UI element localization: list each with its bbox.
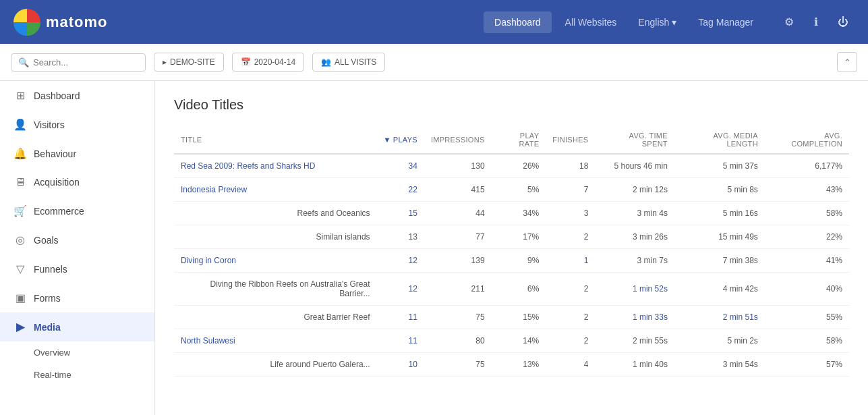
sidebar-item-goals[interactable]: ◎ Goals (0, 225, 154, 254)
cell-avg-media-length: 2 min 51s (674, 306, 765, 329)
video-titles-table: TITLE ▼PLAYS IMPRESSIONS PLAY RATE FINIS… (174, 126, 849, 377)
cell-avg-time: 2 min 55s (595, 329, 674, 353)
main-layout: ⊞ Dashboard 👤 Visitors 🔔 Behaviour 🖥 Acq… (0, 81, 868, 415)
cell-play-rate: 14% (492, 329, 546, 353)
demo-site-button[interactable]: ▸ DEMO-SITE (154, 53, 224, 72)
search-box[interactable]: 🔍 (11, 53, 146, 72)
col-header-plays[interactable]: ▼PLAYS (377, 126, 424, 154)
help-icon-button[interactable]: ℹ (805, 11, 828, 34)
cell-play-rate: 5% (492, 178, 546, 202)
col-header-avg-media-length[interactable]: AVG. MEDIA LENGTH (674, 126, 765, 154)
cell-finishes: 2 (546, 306, 595, 329)
col-header-avg-completion[interactable]: AVG. COMPLETION (765, 126, 849, 154)
matomo-logo-icon (13, 9, 40, 36)
collapse-button[interactable]: ⌃ (837, 52, 857, 72)
cell-avg-completion: 40% (765, 273, 849, 306)
cell-avg-completion: 55% (765, 306, 849, 329)
search-input[interactable] (33, 57, 138, 67)
sidebar-item-ecommerce[interactable]: 🛒 Ecommerce (0, 196, 154, 225)
cell-plays: 22 (377, 178, 424, 202)
cell-plays: 11 (377, 329, 424, 353)
cell-title[interactable]: North Sulawesi (174, 329, 377, 353)
nav-tag-manager[interactable]: Tag Manager (687, 11, 764, 33)
settings-icon-button[interactable]: ⚙ (778, 11, 801, 34)
cell-avg-media-length: 7 min 38s (674, 249, 765, 273)
logo-area: matomo (13, 9, 470, 36)
sidebar-sub-overview[interactable]: Overview (0, 341, 154, 364)
sidebar-item-funnels[interactable]: ▽ Funnels (0, 254, 154, 283)
nav-language-dropdown[interactable]: English ▾ (630, 11, 685, 33)
table-row: Life around Puerto Galera... 10 75 13% 4… (174, 353, 849, 377)
cell-finishes: 18 (546, 154, 595, 178)
cell-impressions: 80 (424, 329, 492, 353)
target-icon: ◎ (13, 233, 27, 246)
cell-play-rate: 13% (492, 353, 546, 377)
cell-impressions: 44 (424, 202, 492, 225)
table-row: Reefs and Oceanics 15 44 34% 3 3 min 4s … (174, 202, 849, 225)
cell-avg-time: 1 min 33s (595, 306, 674, 329)
calendar-icon: 📅 (241, 57, 251, 67)
cell-impressions: 139 (424, 249, 492, 273)
cell-impressions: 75 (424, 353, 492, 377)
col-header-play-rate[interactable]: PLAY RATE (492, 126, 546, 154)
cell-impressions: 77 (424, 225, 492, 249)
cell-avg-time: 3 min 7s (595, 249, 674, 273)
cell-title[interactable]: Indonesia Preview (174, 178, 377, 202)
cell-plays: 10 (377, 353, 424, 377)
cell-play-rate: 9% (492, 249, 546, 273)
page-title: Video Titles (174, 97, 849, 113)
cell-avg-media-length: 5 min 16s (674, 202, 765, 225)
cell-finishes: 2 (546, 273, 595, 306)
top-navigation: matomo Dashboard All Websites English ▾ … (0, 0, 868, 44)
cell-title: Similan islands (174, 225, 377, 249)
col-header-finishes[interactable]: FINISHES (546, 126, 595, 154)
table-row: Red Sea 2009: Reefs and Sharks HD 34 130… (174, 154, 849, 178)
sidebar-item-visitors[interactable]: 👤 Visitors (0, 110, 154, 139)
col-header-avg-time[interactable]: AVG. TIME SPENT (595, 126, 674, 154)
cell-avg-media-length: 5 min 37s (674, 154, 765, 178)
cell-play-rate: 17% (492, 225, 546, 249)
collapse-icon: ⌃ (844, 57, 851, 67)
nav-links: Dashboard All Websites English ▾ Tag Man… (484, 11, 764, 33)
cell-avg-completion: 41% (765, 249, 849, 273)
sidebar-item-dashboard[interactable]: ⊞ Dashboard (0, 81, 154, 110)
visits-button[interactable]: 👥 ALL VISITS (312, 53, 385, 72)
sidebar-item-media[interactable]: ▶ Media (0, 312, 154, 341)
main-content: Video Titles TITLE ▼PLAYS IMPRESSIONS PL… (155, 81, 868, 415)
cell-play-rate: 15% (492, 306, 546, 329)
cart-icon: 🛒 (13, 204, 27, 217)
cell-title: Reefs and Oceanics (174, 202, 377, 225)
cell-avg-completion: 22% (765, 225, 849, 249)
cell-avg-media-length: 5 min 8s (674, 178, 765, 202)
sidebar-sub-realtime[interactable]: Real-time (0, 364, 154, 386)
table-row: Diving in Coron 12 139 9% 1 3 min 7s 7 m… (174, 249, 849, 273)
cell-play-rate: 34% (492, 202, 546, 225)
cell-avg-completion: 6,177% (765, 154, 849, 178)
cell-avg-time: 1 min 52s (595, 273, 674, 306)
cell-avg-completion: 58% (765, 329, 849, 353)
cell-impressions: 211 (424, 273, 492, 306)
cell-title[interactable]: Red Sea 2009: Reefs and Sharks HD (174, 154, 377, 178)
logout-icon-button[interactable]: ⏻ (832, 11, 855, 34)
sidebar-item-acquisition[interactable]: 🖥 Acquisition (0, 168, 154, 196)
cell-avg-completion: 43% (765, 178, 849, 202)
sidebar: ⊞ Dashboard 👤 Visitors 🔔 Behaviour 🖥 Acq… (0, 81, 155, 415)
table-row: Diving the Ribbon Reefs on Australia's G… (174, 273, 849, 306)
sidebar-item-behaviour[interactable]: 🔔 Behaviour (0, 139, 154, 168)
sidebar-item-forms[interactable]: ▣ Forms (0, 283, 154, 312)
cell-avg-media-length: 15 min 49s (674, 225, 765, 249)
logo-text: matomo (46, 13, 108, 31)
cell-title: Diving the Ribbon Reefs on Australia's G… (174, 273, 377, 306)
col-header-impressions[interactable]: IMPRESSIONS (424, 126, 492, 154)
col-header-title[interactable]: TITLE (174, 126, 377, 154)
cell-play-rate: 6% (492, 273, 546, 306)
cell-plays: 13 (377, 225, 424, 249)
table-row: North Sulawesi 11 80 14% 2 2 min 55s 5 m… (174, 329, 849, 353)
date-button[interactable]: 📅 2020-04-14 (232, 53, 304, 72)
cell-avg-completion: 57% (765, 353, 849, 377)
cell-title[interactable]: Diving in Coron (174, 249, 377, 273)
nav-all-websites[interactable]: All Websites (554, 11, 628, 33)
cell-avg-time: 3 min 26s (595, 225, 674, 249)
nav-dashboard[interactable]: Dashboard (484, 11, 552, 33)
play-icon: ▶ (13, 321, 27, 333)
